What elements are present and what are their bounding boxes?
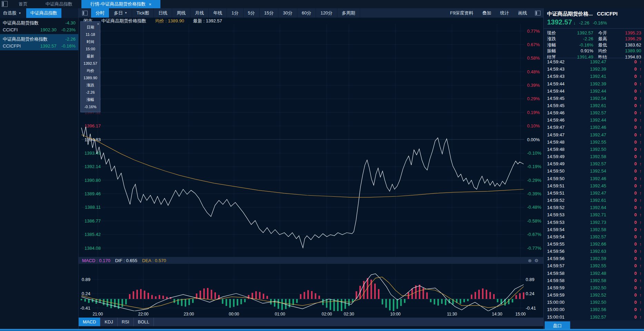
period-button-30分[interactable]: 30分 <box>278 8 297 18</box>
tick-time: 14:59:53 <box>547 212 571 217</box>
tick-row[interactable]: 14:59:561392.590↑ <box>544 255 644 262</box>
tick-row[interactable]: 14:59:531392.710↑ <box>544 211 644 218</box>
tick-volume: 0 <box>625 117 637 123</box>
macd-histogram-bar <box>348 299 349 306</box>
indicator-tab-boll[interactable]: BOLL <box>134 318 154 326</box>
tick-row[interactable]: 14:59:441392.390↑ <box>544 80 644 87</box>
period-button-多周期[interactable]: 多周期 <box>337 8 360 18</box>
tick-row[interactable]: 15:00:001392.560↑ <box>544 306 644 313</box>
period-button-多日[interactable]: 多日▼ <box>109 8 132 18</box>
tick-row[interactable]: 14:59:491392.570↑ <box>544 160 644 167</box>
tick-row[interactable]: 14:59:591392.500↑ <box>544 284 644 291</box>
tick-row[interactable]: 14:59:431392.410↑ <box>544 73 644 80</box>
tab-home[interactable]: 首页 <box>10 0 37 8</box>
tick-row[interactable]: 14:59:511392.450↑ <box>544 182 644 189</box>
tick-row[interactable]: 14:59:531392.730↑ <box>544 218 644 226</box>
tick-row[interactable]: 14:59:451392.540↑ <box>544 95 644 102</box>
period-button-15分[interactable]: 15分 <box>260 8 278 18</box>
tab-quote-active[interactable]: 行情-中证商品期货价格指数 × <box>81 0 160 8</box>
macd-histogram-bar <box>311 291 313 299</box>
period-button-60分[interactable]: 60分 <box>297 8 316 18</box>
tick-row[interactable]: 15:00:001392.500↑ <box>544 299 644 306</box>
indicator-tab-kdj[interactable]: KDJ <box>100 318 118 326</box>
tick-volume: 0 <box>625 66 637 72</box>
tick-row[interactable]: 14:59:501392.460↑ <box>544 175 644 182</box>
group-dropdown[interactable]: 自选股 ▼ <box>0 8 24 18</box>
tick-time: 14:59:54 <box>547 227 571 232</box>
up-arrow-icon: ↑ <box>637 154 642 159</box>
tick-row[interactable]: 14:59:461392.570↑ <box>544 109 644 116</box>
tick-row[interactable]: 14:59:511392.470↑ <box>544 189 644 197</box>
macd-histogram-bar <box>211 290 212 299</box>
macd-histogram-bar <box>307 290 309 299</box>
sidebar-tab-commodity-index[interactable]: 中证商品指数 <box>26 8 61 18</box>
tick-row[interactable]: 14:59:561392.630↑ <box>544 248 644 255</box>
tool-button-画线[interactable]: 画线 <box>514 8 532 18</box>
tick-row[interactable]: 14:59:481392.500↑ <box>544 146 644 153</box>
tick-row[interactable]: 14:59:501392.540↑ <box>544 167 644 175</box>
stock-pct: -0.23% <box>61 27 76 33</box>
tick-row[interactable]: 14:59:481392.550↑ <box>544 138 644 146</box>
macd-histogram-bar <box>92 299 93 302</box>
tick-row[interactable]: 14:59:431392.390↑ <box>544 65 644 73</box>
tick-volume: 0 <box>625 220 637 225</box>
close-tab-icon[interactable]: × <box>149 2 151 7</box>
period-button-label: 多周期 <box>342 10 355 16</box>
tick-row[interactable]: 14:59:461392.440↑ <box>544 116 644 124</box>
macd-histogram-bar <box>382 299 383 304</box>
collapse-panel-icon[interactable] <box>82 11 88 15</box>
last-price: 1392.57 <box>547 18 572 26</box>
period-button-分时[interactable]: 分时 <box>91 8 109 18</box>
expand-panel-icon[interactable] <box>535 11 541 15</box>
period-button-周线[interactable]: 周线 <box>172 8 190 18</box>
tick-row[interactable]: 14:59:581392.580↑ <box>544 277 644 284</box>
macd-chart[interactable]: 0.890.890.240.24-0.41-0.41 <box>79 264 543 311</box>
tick-row[interactable]: 14:59:471392.470↑ <box>544 131 644 138</box>
indicator-tab-macd[interactable]: MACD <box>79 318 100 326</box>
close-circle-icon[interactable]: ⊗ <box>528 258 532 263</box>
tick-row[interactable]: 14:59:541392.580↑ <box>544 226 644 233</box>
period-button-1分[interactable]: 1分 <box>227 8 243 18</box>
window-panel-icon[interactable] <box>2 1 8 7</box>
gear-icon[interactable]: ⚙ <box>534 258 538 263</box>
tick-row[interactable]: 15:00:011392.570↑ <box>544 313 644 320</box>
tick-row[interactable]: 14:59:551392.660↑ <box>544 240 644 248</box>
period-button-120分[interactable]: 120分 <box>316 8 337 18</box>
tick-row[interactable]: 14:59:471392.460↑ <box>544 124 644 131</box>
tick-price: 1392.44 <box>571 117 625 123</box>
tick-row[interactable]: 14:59:521392.610↑ <box>544 197 644 204</box>
tick-list[interactable]: 14:59:421392.470↑14:59:431392.390↑14:59:… <box>544 58 644 320</box>
tool-button-统计[interactable]: 统计 <box>496 8 514 18</box>
tooltip-close-icon[interactable]: × <box>97 22 99 27</box>
up-arrow-icon: ↑ <box>637 89 642 94</box>
macd-histogram-bar <box>482 288 483 299</box>
watchlist-item[interactable]: 中证商品期货价格指数-2.26CCICFPI1392.57-0.16% <box>0 34 78 50</box>
stat-value: 1392.57 <box>562 30 593 36</box>
macd-histogram-bar <box>229 299 231 308</box>
price-chart[interactable]: 1405.580.77%1404.240.67%1402.890.58%1401… <box>79 24 543 257</box>
period-button-日线[interactable]: 日线 <box>154 8 172 18</box>
tick-row[interactable]: 14:59:581392.480↑ <box>544 270 644 277</box>
period-button-年线[interactable]: 年线 <box>209 8 227 18</box>
tick-row[interactable]: 14:59:541392.570↑ <box>544 233 644 240</box>
period-button-Tick图[interactable]: Tick图 <box>132 8 154 18</box>
tick-row[interactable]: 14:59:571392.550↑ <box>544 262 644 269</box>
tick-row[interactable]: 14:59:521392.640↑ <box>544 204 644 211</box>
tool-button-叠加[interactable]: 叠加 <box>478 8 496 18</box>
tick-row[interactable]: 14:59:421392.470↑ <box>544 58 644 65</box>
tick-row[interactable]: 14:59:491392.580↑ <box>544 153 644 160</box>
macd-histogram-bar <box>374 283 376 299</box>
tick-row[interactable]: 14:59:591392.520↑ <box>544 291 644 299</box>
tick-time: 14:59:50 <box>547 176 571 181</box>
tick-row[interactable]: 14:59:441392.440↑ <box>544 87 644 95</box>
period-button-5分[interactable]: 5分 <box>244 8 260 18</box>
period-button-月线[interactable]: 月线 <box>190 8 209 18</box>
period-button-label: 年线 <box>213 10 222 16</box>
up-arrow-icon: ↑ <box>637 190 642 196</box>
tab-commodity-index[interactable]: 中证商品指数 <box>37 0 81 8</box>
tool-button-F9深度资料[interactable]: F9深度资料 <box>446 8 478 18</box>
tick-row[interactable]: 14:59:451392.610↑ <box>544 102 644 109</box>
watchlist-item[interactable]: 中证商品期货指数-4.30CCICFI1902.30-0.23% <box>0 18 78 34</box>
indicator-tab-rsi[interactable]: RSI <box>118 318 134 326</box>
macd-axis-label: 0.24 <box>82 291 90 296</box>
